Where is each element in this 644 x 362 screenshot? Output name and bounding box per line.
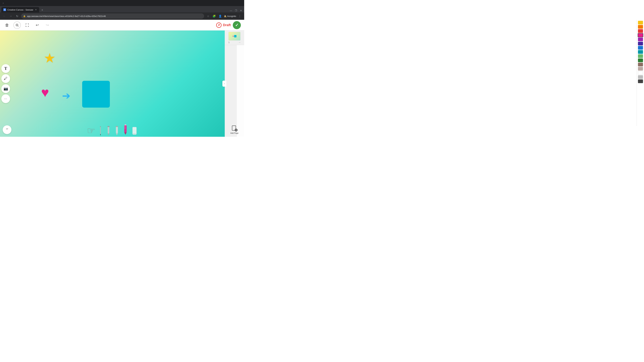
quote-icon: “” bbox=[6, 128, 8, 132]
right-sidebar: › ♥ 1 ··· Add Page bbox=[225, 30, 244, 137]
text-tool-btn[interactable]: T bbox=[1, 64, 10, 73]
svg-rect-18 bbox=[133, 133, 136, 135]
url-text: app.seesaw.me/#/item/new/class/class.e01… bbox=[27, 15, 106, 17]
svg-rect-14 bbox=[124, 125, 126, 132]
browser-titlebar: ‹ bbox=[0, 0, 244, 6]
svg-rect-4 bbox=[100, 127, 101, 134]
pink-marker-active-icon bbox=[122, 124, 128, 136]
draft-label: Draft bbox=[223, 23, 231, 27]
thin-pencil-btn[interactable] bbox=[98, 126, 103, 136]
svg-rect-12 bbox=[116, 126, 118, 127]
tab-back-btn[interactable]: ‹ bbox=[1, 1, 5, 5]
star-shape[interactable]: ★ bbox=[44, 51, 56, 65]
hand-cursor-icon: ☞ bbox=[87, 125, 95, 136]
extensions-btn[interactable]: 🧩 bbox=[212, 14, 216, 18]
bookmark-btn[interactable]: ☆ bbox=[206, 14, 210, 18]
color-palette bbox=[237, 45, 244, 137]
draft-circle-icon: ✗ bbox=[216, 22, 222, 28]
more-tools-btn[interactable]: ··· bbox=[1, 94, 10, 103]
more-icon: ··· bbox=[4, 97, 7, 100]
left-tools-panel: T 🖊 📷 ··· bbox=[0, 63, 12, 104]
tab-title: Creative Canvas - Seesaw bbox=[8, 8, 33, 11]
add-page-btn[interactable]: Add Page bbox=[228, 125, 241, 134]
svg-rect-9 bbox=[108, 126, 110, 127]
svg-rect-17 bbox=[132, 127, 136, 134]
toolbar-right: ✗ Draft ✓ bbox=[216, 21, 241, 29]
zoom-in-btn[interactable] bbox=[14, 21, 21, 29]
svg-line-1 bbox=[18, 26, 18, 26]
maximize-btn[interactable]: ❐ bbox=[234, 9, 238, 12]
camera-icon: 📷 bbox=[4, 86, 8, 91]
thin-pencil-icon bbox=[98, 126, 103, 136]
toolbar-left: 🗑 ↩ ↪ bbox=[3, 21, 51, 29]
submit-icon: ✓ bbox=[235, 23, 238, 27]
text-icon: T bbox=[4, 66, 7, 71]
heart-shape[interactable]: ♥ bbox=[41, 86, 49, 99]
delete-btn[interactable]: 🗑 bbox=[3, 21, 11, 29]
redo-btn[interactable]: ↪ bbox=[44, 21, 51, 29]
page-1-thumbnail[interactable]: ♥ bbox=[228, 32, 240, 40]
svg-rect-7 bbox=[108, 126, 109, 133]
svg-marker-5 bbox=[100, 134, 101, 136]
thumbnail-content: ♥ bbox=[232, 35, 236, 37]
highlighter-icon bbox=[114, 126, 120, 136]
svg-rect-16 bbox=[125, 126, 125, 129]
svg-rect-6 bbox=[100, 126, 101, 127]
svg-marker-8 bbox=[108, 133, 109, 135]
eraser-icon bbox=[131, 126, 138, 136]
rectangle-shape[interactable] bbox=[82, 81, 110, 108]
main-layout: T 🖊 📷 ··· ★ ♥ ➔ “” bbox=[0, 30, 244, 137]
arrow-shape[interactable]: ➔ bbox=[62, 91, 70, 101]
incognito-label: 🕵 Incognito bbox=[224, 15, 236, 17]
profile-btn[interactable]: 👤 bbox=[218, 14, 222, 18]
pen-icon: 🖊 bbox=[4, 76, 8, 81]
url-bar[interactable]: 🔒 app.seesaw.me/#/item/new/class/class.e… bbox=[21, 13, 204, 19]
tab-close-btn[interactable]: ✕ bbox=[34, 8, 37, 11]
active-tab[interactable]: S Creative Canvas - Seesaw ✕ bbox=[1, 7, 39, 12]
pink-marker-btn[interactable] bbox=[122, 124, 128, 136]
pen-tool-btn[interactable]: 🖊 bbox=[1, 74, 10, 83]
cursor-tool-btn[interactable]: ☞ bbox=[87, 125, 95, 136]
svg-rect-10 bbox=[116, 126, 118, 133]
reload-btn[interactable]: ↻ bbox=[15, 14, 20, 18]
page-more-btn[interactable]: ··· bbox=[239, 41, 240, 43]
marker-btn[interactable] bbox=[106, 126, 111, 136]
camera-tool-btn[interactable]: 📷 bbox=[1, 84, 10, 93]
svg-marker-15 bbox=[124, 132, 126, 135]
back-btn[interactable]: ← bbox=[2, 14, 7, 18]
fullscreen-btn[interactable] bbox=[24, 21, 31, 29]
menu-btn[interactable]: ⋮ bbox=[238, 14, 242, 18]
page-number: 1 bbox=[228, 41, 230, 43]
drawing-canvas[interactable]: T 🖊 📷 ··· ★ ♥ ➔ “” bbox=[0, 30, 225, 137]
quote-tool-btn[interactable]: “” bbox=[3, 125, 12, 134]
canvas-area[interactable]: T 🖊 📷 ··· ★ ♥ ➔ “” bbox=[0, 30, 225, 137]
draft-btn[interactable]: ✗ Draft bbox=[216, 22, 231, 28]
tab-bar: S Creative Canvas - Seesaw ✕ + — ❐ ✕ bbox=[0, 6, 244, 12]
bottom-tools-bar: ☞ bbox=[87, 124, 138, 137]
highlighter-btn[interactable] bbox=[114, 126, 120, 136]
forward-btn[interactable]: → bbox=[8, 14, 13, 18]
window-controls: — ❐ ✕ bbox=[229, 9, 243, 12]
minimize-btn[interactable]: — bbox=[229, 9, 233, 12]
thumb-heart-icon: ♥ bbox=[232, 35, 234, 37]
tab-favicon: S bbox=[3, 8, 6, 11]
submit-btn[interactable]: ✓ bbox=[233, 21, 241, 29]
undo-btn[interactable]: ↩ bbox=[34, 21, 41, 29]
page-thumb-footer: 1 ··· bbox=[228, 41, 240, 43]
add-page-label: Add Page bbox=[230, 132, 238, 134]
address-bar: ← → ↻ 🔒 app.seesaw.me/#/item/new/class/c… bbox=[0, 12, 244, 20]
new-tab-btn[interactable]: + bbox=[40, 8, 44, 12]
page-thumbnail-section: › ♥ 1 ··· bbox=[225, 30, 244, 45]
close-btn[interactable]: ✕ bbox=[239, 9, 243, 12]
eraser-btn[interactable] bbox=[131, 126, 138, 136]
panel-expand-btn[interactable]: › bbox=[222, 81, 226, 87]
browser-actions: ☆ 🧩 👤 🕵 Incognito ⋮ bbox=[206, 14, 242, 18]
thumb-rect-icon bbox=[234, 35, 236, 37]
add-page-icon bbox=[232, 125, 238, 131]
app-toolbar: 🗑 ↩ ↪ ✗ Draft ✓ bbox=[0, 20, 244, 30]
svg-marker-11 bbox=[116, 133, 118, 135]
marker-icon bbox=[106, 126, 111, 136]
lock-icon: 🔒 bbox=[23, 15, 26, 17]
